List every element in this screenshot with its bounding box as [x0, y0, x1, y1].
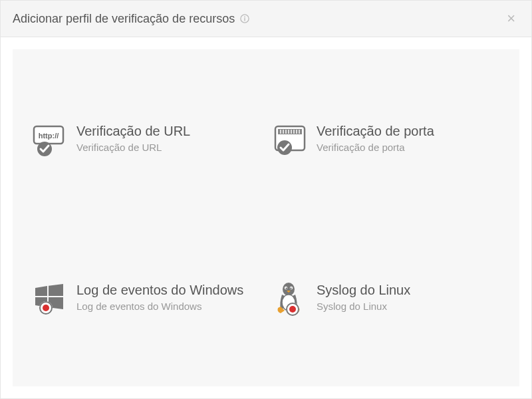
option-title: Syslog do Linux — [317, 283, 410, 298]
option-text: Verificação de URL Verificação de URL — [76, 122, 190, 153]
option-text: Log de eventos do Windows Log de eventos… — [76, 281, 243, 312]
add-profile-modal: Adicionar perfil de verificação de recur… — [0, 0, 532, 399]
option-desc: Verificação de porta — [317, 142, 434, 153]
option-text: Verificação de porta Verificação de port… — [317, 122, 434, 153]
svg-rect-7 — [278, 129, 302, 134]
modal-body: http:// Verificação de URL Verificação d… — [1, 37, 531, 398]
linux-syslog-icon — [273, 281, 307, 316]
close-button[interactable]: × — [503, 10, 519, 27]
url-check-icon: http:// — [33, 122, 67, 157]
close-icon: × — [507, 10, 515, 27]
svg-point-24 — [291, 287, 292, 289]
svg-rect-2 — [244, 18, 245, 21]
option-url-check[interactable]: http:// Verificação de URL Verificação d… — [33, 122, 259, 201]
option-port-check[interactable]: Verificação de porta Verificação de port… — [273, 122, 499, 201]
svg-point-23 — [286, 287, 287, 289]
windows-eventlog-icon — [33, 281, 67, 316]
option-desc: Verificação de URL — [76, 142, 190, 153]
option-title: Log de eventos do Windows — [76, 283, 243, 298]
option-title: Verificação de porta — [317, 124, 434, 139]
option-linux-syslog[interactable]: Syslog do Linux Syslog do Linux — [273, 281, 499, 360]
modal-header: Adicionar perfil de verificação de recur… — [1, 1, 531, 37]
option-windows-eventlog[interactable]: Log de eventos do Windows Log de eventos… — [33, 281, 259, 360]
option-desc: Syslog do Linux — [317, 301, 410, 312]
svg-text:http://: http:// — [39, 132, 59, 140]
option-title: Verificação de URL — [76, 124, 190, 139]
svg-point-20 — [283, 283, 295, 296]
svg-point-28 — [289, 306, 296, 313]
port-check-icon — [273, 122, 307, 157]
modal-title: Adicionar perfil de verificação de recur… — [13, 12, 235, 26]
svg-point-1 — [244, 17, 245, 18]
modal-title-wrap: Adicionar perfil de verificação de recur… — [13, 12, 249, 26]
options-panel: http:// Verificação de URL Verificação d… — [13, 49, 519, 386]
option-desc: Log de eventos do Windows — [76, 301, 243, 312]
info-icon[interactable] — [240, 14, 249, 23]
option-text: Syslog do Linux Syslog do Linux — [317, 281, 410, 312]
svg-point-19 — [43, 305, 49, 311]
